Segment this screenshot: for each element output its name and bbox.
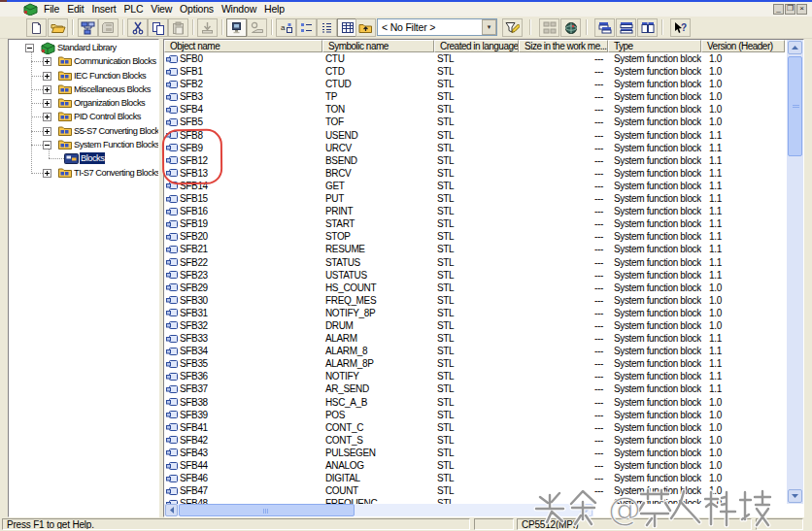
table-row[interactable]: SFB31 NOTIFY_8P STL --- System function …: [164, 307, 787, 319]
close-button[interactable]: ×: [796, 4, 807, 15]
menu-item[interactable]: Insert: [87, 2, 119, 17]
tree-item[interactable]: Organization Blocks: [9, 96, 158, 110]
table-row[interactable]: SFB13 BRCV STL --- System function block…: [164, 167, 787, 180]
filter-combobox[interactable]: < No Filter > ▼: [377, 18, 497, 36]
cell-object-name[interactable]: SFB36: [164, 370, 322, 382]
list-view-button[interactable]: [317, 18, 337, 37]
cell-object-name[interactable]: SFB42: [164, 434, 322, 447]
tree-item-label[interactable]: IEC Function Blocks: [73, 70, 147, 82]
tree-item[interactable]: S5-S7 Converting Blocks: [9, 124, 158, 138]
restore-button[interactable]: ❐: [785, 4, 795, 15]
horizontal-scroll-thumb[interactable]: [179, 504, 355, 516]
table-row[interactable]: SFB19 START STL --- System function bloc…: [164, 217, 787, 230]
cell-object-name[interactable]: SFB47: [164, 484, 322, 497]
table-row[interactable]: SFB35 ALARM_8P STL --- System function b…: [164, 357, 787, 370]
online-button[interactable]: [226, 18, 247, 37]
tree-expander[interactable]: [25, 44, 34, 52]
combo-dropdown-icon[interactable]: ▼: [482, 19, 496, 35]
cell-object-name[interactable]: SFB29: [164, 282, 322, 294]
tree-item-label[interactable]: Communication Blocks: [73, 55, 157, 67]
table-row[interactable]: SFB14 GET STL --- System function block …: [164, 180, 787, 192]
copy-button[interactable]: [148, 18, 168, 37]
table-row[interactable]: SFB2 CTUD STL --- System function block …: [164, 78, 787, 90]
cell-object-name[interactable]: SFB31: [164, 307, 322, 319]
tree-item[interactable]: Blocks: [9, 151, 158, 165]
tile-vertical-button[interactable]: [637, 18, 658, 37]
tree-item-label[interactable]: System Function Blocks: [73, 139, 158, 150]
cell-object-name[interactable]: SFB15: [164, 192, 322, 205]
cell-object-name[interactable]: SFB22: [164, 256, 322, 269]
cell-object-name[interactable]: SFB37: [164, 382, 322, 395]
menu-item[interactable]: Help: [260, 2, 288, 17]
table-row[interactable]: SFB39 POS STL --- System function block …: [164, 409, 787, 421]
cell-object-name[interactable]: SFB44: [164, 459, 322, 472]
cell-object-name[interactable]: SFB0: [164, 52, 322, 65]
cell-object-name[interactable]: SFB35: [164, 357, 322, 370]
cell-object-name[interactable]: SFB4: [164, 103, 322, 116]
menu-item[interactable]: Options: [176, 2, 218, 17]
tree-item[interactable]: Communication Blocks: [9, 54, 158, 68]
tree-expander[interactable]: [43, 141, 51, 149]
tree-expander[interactable]: [43, 169, 51, 178]
cascade-windows-button[interactable]: [594, 18, 615, 37]
tree-item-label[interactable]: Miscellaneous Blocks: [73, 83, 152, 95]
paste-button[interactable]: [168, 18, 188, 37]
small-icons-button[interactable]: [296, 18, 317, 37]
table-row[interactable]: SFB3 TP STL --- System function block 1.…: [164, 90, 787, 103]
tree-item[interactable]: PID Control Blocks: [9, 110, 158, 123]
table-row[interactable]: SFB46 DIGITAL STL --- System function bl…: [164, 472, 787, 484]
table-row[interactable]: SFB32 DRUM STL --- System function block…: [164, 319, 787, 332]
tree-item-label[interactable]: PID Control Blocks: [73, 111, 142, 122]
table-row[interactable]: SFB33 ALARM STL --- System function bloc…: [164, 332, 787, 345]
table-row[interactable]: SFB22 STATUS STL --- System function blo…: [164, 256, 787, 269]
cell-object-name[interactable]: SFB33: [164, 332, 322, 345]
table-row[interactable]: SFB0 CTU STL --- System function block 1…: [164, 52, 787, 65]
cell-object-name[interactable]: SFB43: [164, 447, 322, 459]
tree-item[interactable]: TI-S7 Converting Blocks: [9, 166, 158, 180]
vertical-scroll-thumb[interactable]: [788, 56, 802, 156]
cell-object-name[interactable]: SFB3: [164, 90, 322, 103]
column-header[interactable]: Version (Header): [701, 40, 785, 52]
tree-item-label[interactable]: Standard Library: [56, 42, 118, 53]
offline-button[interactable]: [247, 18, 267, 37]
menu-item[interactable]: View: [147, 2, 176, 17]
tree-expander[interactable]: [43, 85, 51, 94]
column-header[interactable]: Created in language: [434, 40, 519, 52]
netpro-button[interactable]: [560, 18, 581, 37]
tree-item[interactable]: Miscellaneous Blocks: [9, 83, 158, 96]
cell-object-name[interactable]: SFB32: [164, 319, 322, 332]
table-row[interactable]: SFB44 ANALOG STL --- System function blo…: [164, 459, 787, 472]
cell-object-name[interactable]: SFB2: [164, 78, 322, 90]
table-row[interactable]: SFB36 NOTIFY STL --- System function blo…: [164, 370, 787, 382]
column-header[interactable]: Symbolic name: [322, 40, 434, 52]
table-row[interactable]: SFB5 TOF STL --- System function block 1…: [164, 116, 787, 128]
tree-expander[interactable]: [43, 99, 51, 108]
vertical-scrollbar[interactable]: [787, 40, 803, 504]
tree-expander[interactable]: [43, 127, 51, 136]
table-row[interactable]: SFB43 PULSEGEN STL --- System function b…: [164, 447, 787, 459]
cell-object-name[interactable]: SFB21: [164, 243, 322, 255]
table-row[interactable]: SFB15 PUT STL --- System function block …: [164, 192, 787, 205]
cell-object-name[interactable]: SFB30: [164, 294, 322, 307]
table-row[interactable]: SFB41 CONT_C STL --- System function blo…: [164, 421, 787, 434]
tree-item-label[interactable]: Blocks: [80, 152, 105, 164]
accessible-nodes-button[interactable]: [78, 18, 98, 37]
table-row[interactable]: SFB16 PRINT STL --- System function bloc…: [164, 205, 787, 217]
table-row[interactable]: SFB12 BSEND STL --- System function bloc…: [164, 154, 787, 167]
help-pointer-button[interactable]: ?: [670, 18, 691, 37]
table-row[interactable]: SFB30 FREQ_MES STL --- System function b…: [164, 294, 787, 307]
table-row[interactable]: SFB4 TON STL --- System function block 1…: [164, 103, 787, 116]
table-row[interactable]: SFB1 CTD STL --- System function block 1…: [164, 65, 787, 78]
tree-expander[interactable]: [43, 113, 51, 121]
menu-item[interactable]: PLC: [119, 2, 147, 17]
set-filter-button[interactable]: [502, 18, 523, 37]
cell-object-name[interactable]: SFB1: [164, 65, 322, 78]
tree-item-label[interactable]: TI-S7 Converting Blocks: [73, 167, 158, 179]
download-button[interactable]: [197, 18, 218, 37]
memory-card-button[interactable]: [98, 18, 118, 37]
cell-object-name[interactable]: SFB20: [164, 230, 322, 243]
large-icons-button[interactable]: a: [276, 18, 296, 37]
table-row[interactable]: SFB21 RESUME STL --- System function blo…: [164, 243, 787, 255]
table-row[interactable]: SFB8 USEND STL --- System function block…: [164, 129, 787, 142]
new-button[interactable]: [26, 18, 47, 37]
